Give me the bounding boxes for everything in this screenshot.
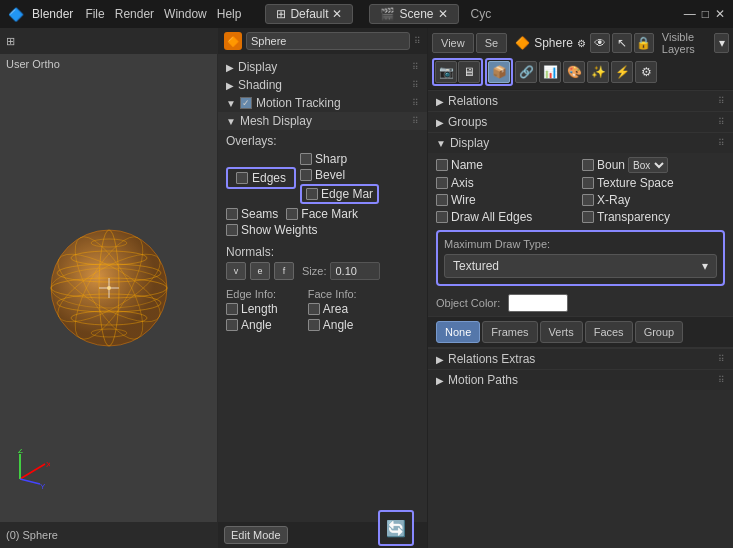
texture-space-checkbox[interactable] xyxy=(582,177,594,189)
menu-render[interactable]: Render xyxy=(115,7,154,21)
draw-type-select[interactable]: Textured ▾ xyxy=(444,254,717,278)
se-tab[interactable]: Se xyxy=(476,33,507,53)
menu-file[interactable]: File xyxy=(85,7,104,21)
normal-btn-1[interactable]: v xyxy=(226,262,246,280)
boun-checkbox[interactable] xyxy=(582,159,594,171)
section-motion-paths[interactable]: ▶ Motion Paths ⠿ xyxy=(428,369,733,390)
axis-prop[interactable]: Axis xyxy=(436,176,579,190)
seams-checkbox[interactable] xyxy=(226,208,238,220)
section-mesh-display[interactable]: ▼ Mesh Display ⠿ xyxy=(218,112,427,130)
face-mark-checkbox[interactable] xyxy=(286,208,298,220)
bevel-overlay[interactable]: Bevel xyxy=(300,168,379,182)
output-props-icon[interactable]: 🖥 xyxy=(458,61,480,83)
name-checkbox[interactable] xyxy=(436,159,448,171)
normal-btn-2[interactable]: e xyxy=(250,262,270,280)
normal-btn-3[interactable]: f xyxy=(274,262,294,280)
wire-checkbox[interactable] xyxy=(436,194,448,206)
show-weights-checkbox[interactable] xyxy=(226,224,238,236)
minimize-button[interactable]: — xyxy=(684,7,696,21)
face-mark-overlay[interactable]: Face Mark xyxy=(286,207,358,221)
tab-faces[interactable]: Faces xyxy=(585,321,633,343)
section-relations-extras[interactable]: ▶ Relations Extras ⠿ xyxy=(428,348,733,369)
seams-overlay[interactable]: Seams xyxy=(226,207,278,221)
sharp-overlay[interactable]: Sharp xyxy=(300,152,379,166)
draw-all-edges-prop[interactable]: Draw All Edges xyxy=(436,210,579,224)
edges-checkbox[interactable] xyxy=(236,172,248,184)
data-props-icon[interactable]: 📊 xyxy=(539,61,561,83)
misc-icon[interactable]: ⚙ xyxy=(635,61,657,83)
scene-switcher[interactable]: 🎬 Scene ✕ xyxy=(369,4,458,24)
texture-space-prop[interactable]: Texture Space xyxy=(582,176,725,190)
relations-extras-label: Relations Extras xyxy=(448,352,535,366)
size-input[interactable] xyxy=(330,262,380,280)
workspace-switcher[interactable]: ⊞ Default ✕ xyxy=(265,4,353,24)
bevel-checkbox[interactable] xyxy=(300,169,312,181)
eye-icon[interactable]: 👁 xyxy=(590,33,610,53)
section-motion-tracking[interactable]: ▼ ✓ Motion Tracking ⠿ xyxy=(218,94,427,112)
menu-window[interactable]: Window xyxy=(164,7,207,21)
render-props-icon[interactable]: 📷 xyxy=(435,61,457,83)
area-checkbox[interactable] xyxy=(308,303,320,315)
middle-bottom-bar: 🔄 Edit Mode xyxy=(218,522,427,548)
xray-prop[interactable]: X-Ray xyxy=(582,193,725,207)
area-row[interactable]: Area xyxy=(308,302,357,316)
header-action-icons: 👁 ↖ 🔒 xyxy=(590,33,654,53)
name-prop[interactable]: Name xyxy=(436,157,579,173)
sphere-header-label: Sphere xyxy=(534,36,573,50)
xray-checkbox[interactable] xyxy=(582,194,594,206)
angle-row[interactable]: Angle xyxy=(226,318,278,332)
wire-prop[interactable]: Wire xyxy=(436,193,579,207)
section-relations[interactable]: ▶ Relations ⠿ xyxy=(428,90,733,111)
physics-icon[interactable]: ⚡ xyxy=(611,61,633,83)
sharp-checkbox[interactable] xyxy=(300,153,312,165)
face-angle-checkbox[interactable] xyxy=(308,319,320,331)
axis-checkbox[interactable] xyxy=(436,177,448,189)
section-groups[interactable]: ▶ Groups ⠿ xyxy=(428,111,733,132)
mode-icon-box[interactable]: 🔄 xyxy=(378,510,414,546)
angle-checkbox[interactable] xyxy=(226,319,238,331)
view-tab[interactable]: View xyxy=(432,33,474,53)
edge-mar-checkbox[interactable] xyxy=(306,188,318,200)
texture-space-label: Texture Space xyxy=(597,176,674,190)
material-icon[interactable]: 🎨 xyxy=(563,61,585,83)
scene-add-icon[interactable]: ✕ xyxy=(438,7,448,21)
transparency-prop[interactable]: Transparency xyxy=(582,210,725,224)
menu-help[interactable]: Help xyxy=(217,7,242,21)
constraints-icon[interactable]: 🔗 xyxy=(515,61,537,83)
tab-none[interactable]: None xyxy=(436,321,480,343)
motion-tracking-checkbox[interactable]: ✓ xyxy=(240,97,252,109)
object-color-swatch[interactable] xyxy=(508,294,568,312)
drag-icon: ⠿ xyxy=(412,116,419,126)
tab-verts[interactable]: Verts xyxy=(540,321,583,343)
length-row[interactable]: Length xyxy=(226,302,278,316)
transparency-checkbox[interactable] xyxy=(582,211,594,223)
draw-all-edges-checkbox[interactable] xyxy=(436,211,448,223)
edit-mode-btn[interactable]: Edit Mode xyxy=(224,526,288,544)
svg-text:Z: Z xyxy=(18,449,23,455)
particles-icon[interactable]: ✨ xyxy=(587,61,609,83)
cursor-icon[interactable]: ↖ xyxy=(612,33,632,53)
workspace-add-icon[interactable]: ✕ xyxy=(332,7,342,21)
edge-mar-overlay[interactable]: Edge Mar xyxy=(300,184,379,204)
face-angle-row[interactable]: Angle xyxy=(308,318,357,332)
object-props-icon[interactable]: 📦 xyxy=(488,61,510,83)
scene-icon: 🎬 xyxy=(380,7,395,21)
lock-icon[interactable]: 🔒 xyxy=(634,33,654,53)
section-display[interactable]: ▶ Display ⠿ xyxy=(218,58,427,76)
tab-frames[interactable]: Frames xyxy=(482,321,537,343)
search-input[interactable] xyxy=(246,32,410,50)
close-button[interactable]: ✕ xyxy=(715,7,725,21)
seams-label: Seams xyxy=(241,207,278,221)
edges-overlay[interactable]: Edges xyxy=(226,167,296,189)
visible-layers-dropdown[interactable]: ▾ xyxy=(714,33,729,53)
tab-group[interactable]: Group xyxy=(635,321,684,343)
boun-select[interactable]: Box xyxy=(628,157,668,173)
triangle-icon: ▶ xyxy=(436,96,444,107)
show-weights-overlay[interactable]: Show Weights xyxy=(226,223,419,237)
section-shading[interactable]: ▶ Shading ⠿ xyxy=(218,76,427,94)
viewport-canvas[interactable]: User Ortho xyxy=(0,54,217,522)
maximize-button[interactable]: □ xyxy=(702,7,709,21)
length-checkbox[interactable] xyxy=(226,303,238,315)
section-display[interactable]: ▼ Display ⠿ xyxy=(428,132,733,153)
boun-prop[interactable]: Boun Box xyxy=(582,157,725,173)
